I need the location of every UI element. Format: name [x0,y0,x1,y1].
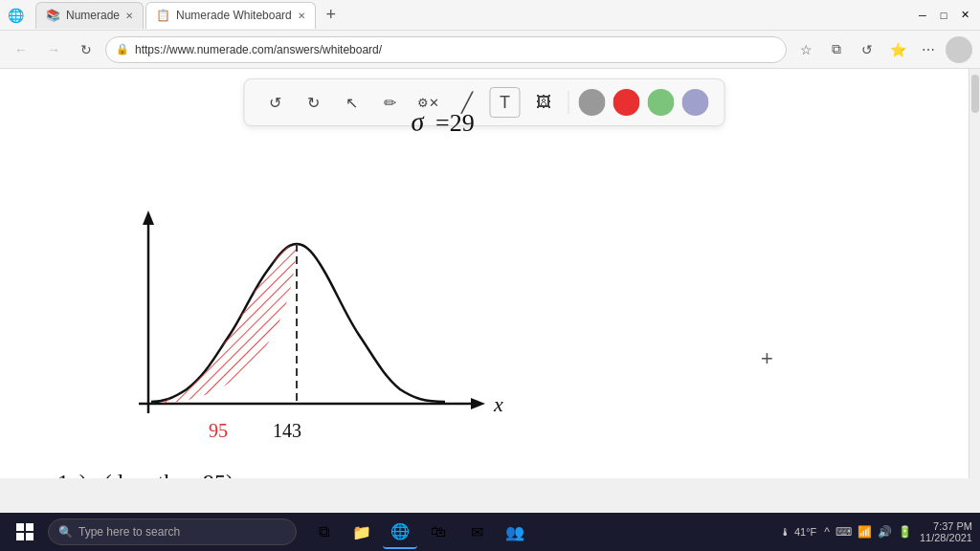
window-controls: ─ □ ✕ [915,8,972,23]
taskbar-file-explorer[interactable]: 📁 [345,515,379,549]
tray-chevron[interactable]: ^ [824,525,830,539]
extensions-icon[interactable]: ⭐ [884,36,911,63]
taskbar-mail[interactable]: ✉ [459,515,494,549]
weather-widget[interactable]: 🌡 41°F [780,526,816,538]
svg-text:x: x [493,392,503,416]
taskbar-search-placeholder: Type here to search [78,525,180,539]
taskbar-apps: ⧉ 📁 🌐 🛍 ✉ 👥 [306,515,532,549]
close-button[interactable]: ✕ [957,8,972,23]
whiteboard[interactable]: ↺ ↻ ↖ ✏ ⚙✕ ╱ T 🖼 σ =29 [0,69,969,478]
taskbar-task-view[interactable]: ⧉ [306,515,341,549]
taskbar-right: 🌡 41°F ^ ⌨ 📶 🔊 🔋 7:37 PM 11/28/2021 [780,520,972,543]
svg-text:= normalcdf (0,95,143,29): = normalcdf (0,95,143,29) [412,474,655,478]
taskbar-search[interactable]: 🔍 Type here to search [48,518,297,545]
svg-marker-3 [143,210,154,225]
tab-bar: 📚 Numerade ✕ 📋 Numerade Whiteboard ✕ + [28,0,911,30]
taskbar-teams[interactable]: 👥 [498,515,532,549]
nav-actions: ☆ ⧉ ↺ ⭐ ⋯ [792,36,972,63]
tab-numerade[interactable]: 📚 Numerade ✕ [35,2,144,29]
forward-button[interactable]: → [40,36,67,63]
svg-marker-5 [471,398,485,409]
tab-favicon-wb: 📋 [156,9,170,22]
new-tab-button[interactable]: + [318,2,345,29]
lock-icon: 🔒 [116,43,129,55]
time-date[interactable]: 7:37 PM 11/28/2021 [920,520,972,543]
svg-text:1a) p( less than 95): 1a) p( less than 95) [57,470,234,478]
clock-time: 7:37 PM [933,520,972,532]
tab-switcher-icon[interactable]: ⧉ [823,36,850,63]
title-bar: 🌐 📚 Numerade ✕ 📋 Numerade Whiteboard ✕ +… [0,0,980,31]
profile-avatar[interactable] [946,36,972,63]
scroll-thumb[interactable] [971,75,979,113]
address-bar[interactable]: 🔒 https://www.numerade.com/answers/white… [105,36,787,63]
taskbar-store[interactable]: 🛍 [421,515,456,549]
canvas-drawing: σ =29 x [0,69,969,478]
back-button[interactable]: ← [8,36,34,63]
tab-close-wb[interactable]: ✕ [298,11,305,21]
tray-network[interactable]: 📶 [858,525,872,539]
tray-speaker[interactable]: 🔊 [878,525,892,539]
svg-rect-17 [16,533,24,540]
address-text: https://www.numerade.com/answers/whitebo… [135,43,776,56]
tab-close-numerade[interactable]: ✕ [125,11,133,21]
taskbar-search-icon: 🔍 [58,525,73,539]
tab-favicon: 📚 [46,9,60,22]
svg-text:143: 143 [273,420,301,441]
refresh-sync-icon[interactable]: ↺ [854,36,880,63]
maximize-button[interactable]: □ [936,8,951,23]
weather-icon: 🌡 [780,526,791,538]
svg-text:=29: =29 [435,109,475,137]
tab-title-wb: Numerade Whiteboard [176,9,292,22]
browser-icon: 🌐 [8,8,24,23]
scrollbar-right[interactable] [969,69,980,478]
svg-text:+: + [761,346,773,370]
more-options-icon[interactable]: ⋯ [915,36,942,63]
tray-battery[interactable]: 🔋 [898,525,912,539]
taskbar: 🔍 Type here to search ⧉ 📁 🌐 🛍 ✉ 👥 🌡 41°F… [0,513,980,551]
refresh-button[interactable]: ↻ [73,36,100,63]
start-button[interactable] [8,515,42,549]
svg-rect-8 [151,244,300,404]
minimize-button[interactable]: ─ [915,8,930,23]
clock-date: 11/28/2021 [920,532,972,543]
favorites-icon[interactable]: ☆ [792,36,819,63]
tab-title: Numerade [66,9,120,22]
whiteboard-container: ↺ ↻ ↖ ✏ ⚙✕ ╱ T 🖼 σ =29 [0,69,980,478]
svg-rect-16 [26,523,33,531]
tab-whiteboard[interactable]: 📋 Numerade Whiteboard ✕ [145,2,316,29]
svg-rect-18 [26,533,33,540]
weather-temp: 41°F [794,526,816,538]
svg-text:σ: σ [410,106,427,137]
tray-keyboard[interactable]: ⌨ [835,525,852,539]
nav-bar: ← → ↻ 🔒 https://www.numerade.com/answers… [0,31,980,69]
svg-rect-15 [16,523,24,531]
taskbar-edge[interactable]: 🌐 [383,515,417,549]
system-tray: ^ ⌨ 📶 🔊 🔋 [824,525,912,539]
svg-text:95: 95 [209,420,228,441]
